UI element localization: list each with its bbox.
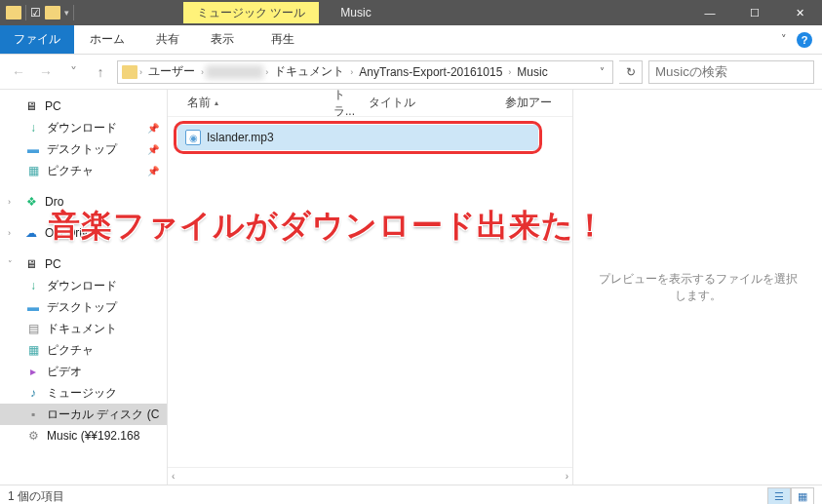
pin-icon: 📌 — [147, 166, 159, 176]
tree-node-videos[interactable]: ビデオ — [0, 361, 167, 382]
details-view-button[interactable]: ☰ — [767, 487, 791, 505]
tree-node-network-music[interactable]: Music (¥¥192.168 — [0, 425, 167, 446]
tree-label: ドキュメント — [47, 321, 117, 337]
folder-icon — [122, 65, 137, 79]
chevron-right-icon[interactable]: › — [8, 197, 18, 207]
file-tab[interactable]: ファイル — [0, 25, 74, 54]
pictures-icon — [25, 343, 41, 357]
tree-node-downloads[interactable]: ダウンロード — [0, 275, 167, 296]
breadcrumb[interactable]: ドキュメント — [270, 63, 348, 80]
pc-icon — [23, 257, 39, 271]
tree-node-local-disk[interactable]: ローカル ディスク (C — [0, 404, 167, 425]
up-button[interactable]: ↑ — [90, 61, 111, 83]
address-bar[interactable]: › ユーザー › user › ドキュメント › AnyTrans-Export… — [117, 60, 613, 84]
forward-button[interactable]: → — [35, 61, 57, 83]
tree-node-desktop[interactable]: デスクトップ📌 — [0, 138, 167, 160]
titlebar: ☑ ▾ ミュージック ツール Music — ☐ ✕ — [0, 0, 822, 25]
chevron-right-icon[interactable]: › — [350, 67, 353, 77]
tree-label: デスクトップ — [47, 141, 117, 158]
close-button[interactable]: ✕ — [777, 0, 822, 25]
desktop-icon — [25, 300, 41, 314]
tab-view[interactable]: 表示 — [195, 25, 250, 54]
tree-label: ローカル ディスク (C — [47, 407, 159, 423]
icons-view-button[interactable]: ▦ — [791, 487, 814, 505]
item-count: 1 個の項目 — [8, 488, 64, 504]
dropbox-icon — [23, 195, 39, 209]
disk-icon — [25, 407, 41, 421]
preview-pane: プレビューを表示するファイルを選択します。 — [573, 90, 822, 485]
horizontal-scrollbar[interactable]: ‹› — [168, 467, 572, 485]
chevron-right-icon[interactable]: › — [8, 228, 18, 238]
network-drive-icon — [25, 429, 41, 443]
pc-icon — [23, 99, 39, 113]
tree-node-downloads[interactable]: ダウンロード📌 — [0, 117, 167, 138]
qat-separator — [73, 5, 74, 20]
tree-label: ミュージック — [47, 385, 117, 402]
tree-node-desktop[interactable]: デスクトップ — [0, 296, 167, 318]
qat-dropdown-icon[interactable]: ▾ — [64, 8, 69, 18]
chevron-right-icon[interactable]: › — [201, 67, 204, 77]
breadcrumb[interactable]: Music — [513, 65, 551, 79]
back-button[interactable]: ← — [8, 61, 29, 83]
folder-icon — [6, 6, 21, 19]
tab-share[interactable]: 共有 — [140, 25, 195, 54]
column-title[interactable]: タイトル — [361, 95, 497, 111]
column-headers: 名前▴ トラ... タイトル 参加アー — [168, 90, 572, 117]
tree-node-pc[interactable]: ˅PC — [0, 253, 167, 275]
file-row[interactable]: ◉ Islander.mp3 — [177, 125, 538, 150]
help-icon[interactable]: ? — [797, 32, 812, 48]
breadcrumb-redacted[interactable]: user — [206, 65, 263, 79]
onedrive-icon — [23, 226, 39, 240]
tree-node-quick-pc[interactable]: PC — [0, 96, 167, 117]
pin-icon: 📌 — [147, 144, 159, 155]
quick-access-toolbar: ☑ ▾ — [0, 5, 80, 20]
main-area: PC ダウンロード📌 デスクトップ📌 ピクチャ📌 ›Dro ›OneDrive … — [0, 90, 822, 485]
column-name[interactable]: 名前▴ — [179, 95, 326, 111]
breadcrumb[interactable]: AnyTrans-Export-20161015 — [355, 65, 506, 79]
tree-node-pictures[interactable]: ピクチャ — [0, 339, 167, 361]
tree-label: ビデオ — [47, 364, 82, 380]
qat-separator — [25, 5, 26, 20]
file-name: Islander.mp3 — [207, 131, 274, 144]
chevron-right-icon[interactable]: › — [508, 67, 511, 77]
scroll-left-icon[interactable]: ‹ — [172, 471, 175, 482]
ribbon-tabs: ファイル ホーム 共有 表示 再生 ˅ ? — [0, 25, 822, 55]
chevron-right-icon[interactable]: › — [139, 67, 142, 77]
tab-play[interactable]: 再生 — [255, 25, 310, 54]
recent-locations-button[interactable]: ˅ — [62, 61, 84, 83]
window-title: Music — [340, 6, 371, 19]
chevron-right-icon[interactable]: › — [265, 67, 268, 77]
audio-file-icon: ◉ — [185, 130, 201, 145]
refresh-button[interactable]: ↻ — [619, 60, 643, 84]
column-artists[interactable]: 参加アー — [497, 95, 560, 111]
download-icon — [25, 121, 41, 135]
file-list[interactable]: 名前▴ トラ... タイトル 参加アー ◉ Islander.mp3 ‹› — [168, 90, 573, 485]
navigation-tree[interactable]: PC ダウンロード📌 デスクトップ📌 ピクチャ📌 ›Dro ›OneDrive … — [0, 90, 168, 485]
qat-check-icon[interactable]: ☑ — [30, 6, 41, 19]
search-input[interactable] — [648, 60, 814, 84]
content-pane: 名前▴ トラ... タイトル 参加アー ◉ Islander.mp3 ‹› プレ… — [168, 90, 822, 485]
breadcrumb[interactable]: ユーザー — [144, 63, 199, 80]
view-toggle: ☰ ▦ — [767, 487, 814, 505]
minimize-button[interactable]: — — [687, 0, 732, 25]
tree-node-pictures[interactable]: ピクチャ📌 — [0, 160, 167, 181]
scroll-right-icon[interactable]: › — [566, 471, 568, 482]
maximize-button[interactable]: ☐ — [732, 0, 777, 25]
annotation-text: 音楽ファイルがダウンロード出来た！ — [49, 205, 607, 248]
tree-node-documents[interactable]: ドキュメント — [0, 318, 167, 339]
tree-label: PC — [45, 257, 61, 271]
documents-icon — [25, 322, 41, 335]
address-bar-row: ← → ˅ ↑ › ユーザー › user › ドキュメント › AnyTran… — [0, 55, 822, 90]
tab-home[interactable]: ホーム — [74, 25, 140, 54]
tree-label: PC — [45, 99, 61, 113]
column-track[interactable]: トラ... — [326, 87, 361, 120]
address-dropdown-icon[interactable]: ˅ — [596, 66, 608, 77]
tree-label: Music (¥¥192.168 — [47, 429, 139, 443]
column-label: 名前 — [187, 95, 211, 111]
ribbon-expand-icon[interactable]: ˅ — [781, 33, 787, 46]
folder-icon[interactable] — [45, 6, 60, 19]
chevron-down-icon[interactable]: ˅ — [8, 259, 18, 269]
preview-placeholder: プレビューを表示するファイルを選択します。 — [593, 271, 802, 304]
download-icon — [25, 279, 41, 292]
tree-node-music[interactable]: ミュージック — [0, 382, 167, 404]
